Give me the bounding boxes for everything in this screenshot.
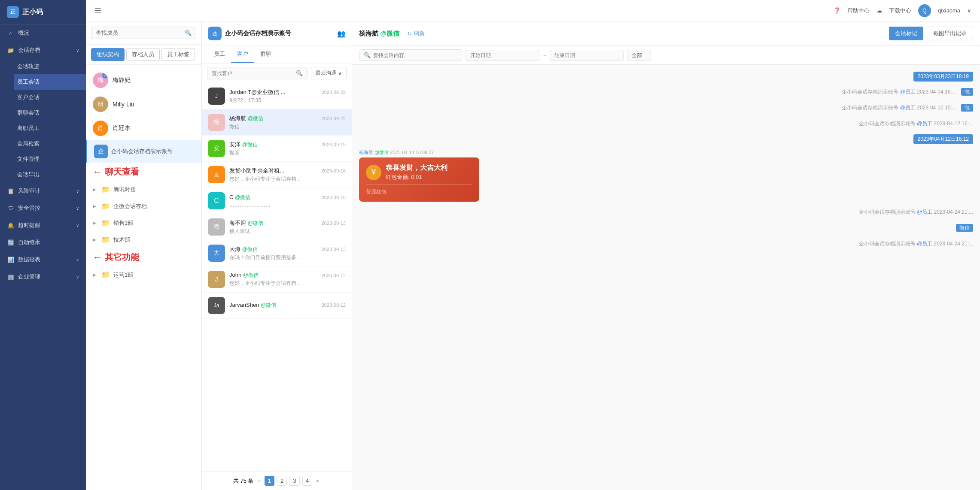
- chat-item-active[interactable]: 杨 杨海航 @微信 2023-09-22 微信: [202, 109, 352, 136]
- menu-toggle-button[interactable]: ☰: [94, 6, 101, 15]
- folder-name: 销售1部: [113, 219, 133, 227]
- export-button[interactable]: 截图导出记录: [927, 27, 973, 40]
- avatar: J: [208, 88, 225, 105]
- list-item[interactable]: M Milly Liu: [86, 92, 201, 116]
- tab-archive-people[interactable]: 存档人员: [126, 48, 160, 61]
- sidebar-item-enterprise[interactable]: 🏢 企业管理 ∨: [0, 268, 86, 285]
- tab-org-structure[interactable]: 组织架构: [91, 48, 125, 61]
- sidebar-item-file-mgmt[interactable]: 文件管理: [14, 151, 86, 167]
- sidebar-item-resigned[interactable]: 离职员工: [14, 121, 86, 136]
- sidebar-item-trace[interactable]: 会话轨迹: [14, 59, 86, 74]
- folder-item-enterprise-wechat[interactable]: ▶ 📁 企微会话存档: [86, 198, 201, 215]
- next-page-icon[interactable]: ＞: [315, 477, 320, 485]
- chevron-report-icon: ∨: [76, 257, 79, 262]
- wechat-tag: @微信: [261, 302, 276, 308]
- sidebar-item-export[interactable]: 会话导出: [14, 167, 86, 182]
- red-packet-divider: [366, 185, 472, 185]
- detail-filter-bar: 🔍 ~ 全部: [352, 46, 980, 65]
- home-icon: ⌂: [7, 30, 15, 36]
- page-btn-4[interactable]: 4: [302, 476, 312, 486]
- folder-icon: 📁: [101, 202, 110, 210]
- red-packet-header: ¥ 恭喜发财，大吉大利 红包金额: 0.01: [366, 163, 472, 181]
- chat-content-search: 🔍: [359, 49, 462, 61]
- sidebar-item-auto-inherit[interactable]: 🔄 自动继承: [0, 234, 86, 251]
- folder-item-ops1[interactable]: ▶ 📁 运营1部: [86, 266, 201, 283]
- chat-date: 2023-09-12: [322, 302, 346, 308]
- sidebar-item-customer-chat[interactable]: 客户会话: [14, 90, 86, 105]
- wechat-tag: @微信: [248, 220, 263, 226]
- download-text[interactable]: 下载中心: [889, 7, 911, 15]
- end-date-input[interactable]: [550, 50, 624, 61]
- member-search-area: 🔍: [86, 21, 201, 45]
- date-badge: 2023年03月23日18:19: [913, 72, 973, 82]
- sender-wechat-tag: @微信: [374, 150, 389, 155]
- chat-date: 2023-09-15: [322, 195, 346, 200]
- red-arrow-left-2-icon: ←: [93, 252, 102, 263]
- filter-select[interactable]: 全部: [627, 50, 651, 61]
- sidebar-item-security[interactable]: 🛡 安全管控 ∨: [0, 200, 86, 217]
- refresh-button[interactable]: ↻ 刷新: [407, 30, 425, 37]
- chat-item[interactable]: J John @微信 2023-09-12 您好，企小码专注于会话存档...: [202, 266, 352, 293]
- users-icon[interactable]: 👥: [337, 30, 346, 38]
- folder-expand-icon: ▶: [93, 204, 96, 209]
- folder-icon: 📁: [101, 271, 110, 279]
- sidebar-item-risk[interactable]: 📋 风险审计 ∨: [0, 182, 86, 200]
- sidebar-item-data-report[interactable]: 📊 数据报表 ∨: [0, 251, 86, 268]
- messages-area: 2023年03月23日18:19 企小码会话存档演示账号 @员工 2023-04…: [352, 65, 980, 490]
- sort-dropdown[interactable]: 最后沟通 ∨: [311, 67, 347, 79]
- chat-preview: 在吗？你们目前接口费用是多...: [229, 254, 346, 261]
- tab-employee[interactable]: 员工: [208, 46, 231, 63]
- sidebar-item-global-search[interactable]: 全局检索: [14, 136, 86, 151]
- sidebar-item-overview[interactable]: ⌂ 概况: [0, 24, 86, 42]
- annotation-chat-label: 聊天查看: [105, 166, 139, 178]
- chat-date: 2023-09-13: [322, 221, 346, 226]
- chat-item[interactable]: 海 海不迎 @微信 2023-09-13 接入测试: [202, 214, 352, 240]
- chat-name-row: Jordan T@企业微信 ... 2023-09-22: [229, 88, 346, 96]
- page-btn-2[interactable]: 2: [277, 476, 287, 486]
- annotation-chat: ← 聊天查看: [93, 166, 195, 178]
- chat-info: 发货小助手@全时租... 2023-09-18 您好，企小码专注于会话存档...: [229, 167, 346, 183]
- chat-item[interactable]: J Jordan T@企业微信 ... 2023-09-22 9月22，17:3…: [202, 83, 352, 109]
- download-icon: ☁: [877, 7, 882, 14]
- detail-header: 杨海航 @微信 ↻ 刷新 会话标记 截图导出记录: [352, 21, 980, 46]
- system-message: 企小码会话存档演示账号 @员工 2023-04-10 15:... 包: [359, 104, 973, 112]
- member-search-input[interactable]: [96, 30, 182, 36]
- date-separator: ~: [543, 52, 546, 58]
- chat-item[interactable]: Ja JarvanShen @微信 2023-09-12: [202, 293, 352, 319]
- page-btn-3[interactable]: 3: [289, 476, 299, 486]
- tab-group[interactable]: 群聊: [254, 46, 277, 63]
- chat-item[interactable]: 发 发货小助手@全时租... 2023-09-18 您好，企小码专注于会话存档.…: [202, 162, 352, 188]
- chat-date: 2023-09-18: [322, 168, 346, 173]
- page-btn-1[interactable]: 1: [265, 476, 274, 486]
- chat-content-search-input[interactable]: [373, 52, 457, 58]
- chat-info: JarvanShen @微信 2023-09-12: [229, 302, 346, 310]
- chat-item[interactable]: 安 安泽 @微信 2023-09-19 撤回: [202, 136, 352, 162]
- start-date-input[interactable]: [466, 50, 539, 61]
- tab-customer[interactable]: 客户: [231, 46, 254, 63]
- list-item[interactable]: 肖 肖廷本: [86, 116, 201, 140]
- folder-item-tencent[interactable]: ▶ 📁 腾讯对接: [86, 181, 201, 198]
- folder-item-tech[interactable]: ▶ 📁 技术部: [86, 231, 201, 248]
- list-item[interactable]: 梅 ✓ 梅静妃: [86, 68, 201, 92]
- sidebar-item-reminder[interactable]: 🔔 超时提醒 ∨: [0, 217, 86, 234]
- chat-search-input[interactable]: [212, 70, 293, 76]
- system-message: 微信: [359, 224, 973, 232]
- sidebar-item-group-chat[interactable]: 群聊会话: [14, 105, 86, 121]
- sidebar-item-archive[interactable]: 📁 会话存档 ∨: [0, 42, 86, 59]
- member-name: 肖廷本: [113, 124, 131, 132]
- help-text[interactable]: 帮助中心: [847, 7, 870, 15]
- chat-name-row: 大海 @微信 2023-09-13: [229, 245, 346, 253]
- tab-employee-tags[interactable]: 员工标签: [161, 48, 195, 61]
- chat-date: 2023-09-19: [322, 142, 346, 147]
- avatar: Q: [918, 4, 931, 17]
- chat-item[interactable]: 大 大海 @微信 2023-09-13 在吗？你们目前接口费用是多...: [202, 240, 352, 266]
- folder-item-sales1[interactable]: ▶ 📁 销售1部: [86, 215, 201, 231]
- chat-search-box: 🔍: [207, 67, 307, 79]
- org-tab-bar: 组织架构 存档人员 员工标签: [86, 45, 201, 65]
- wechat-tag: @微信: [248, 115, 263, 121]
- chat-item[interactable]: C C @微信 2023-09-15 ……………………: [202, 188, 352, 214]
- date-badge: 2023年04月12日16:12: [913, 134, 973, 144]
- sidebar-item-employee-chat[interactable]: 员工会话: [14, 74, 86, 90]
- folder-item-selected[interactable]: 企 企小码会话存档演示账号: [86, 140, 201, 163]
- mark-button[interactable]: 会话标记: [889, 27, 923, 40]
